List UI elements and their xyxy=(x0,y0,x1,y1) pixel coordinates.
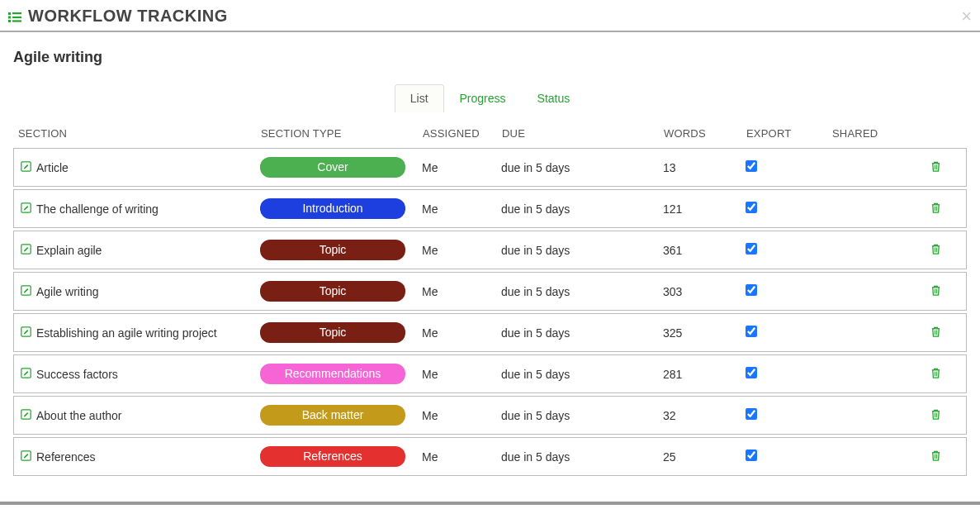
svg-rect-2 xyxy=(8,16,11,18)
due-cell: due in 5 days xyxy=(501,450,663,464)
col-header-shared: SHARED xyxy=(832,127,882,140)
edit-icon[interactable] xyxy=(21,368,31,381)
col-header-words: WORDS xyxy=(664,127,746,140)
edit-icon[interactable] xyxy=(21,409,31,422)
export-checkbox[interactable] xyxy=(746,243,757,254)
table-body: ArticleCoverMedue in 5 days13The challen… xyxy=(13,148,967,476)
trash-icon[interactable] xyxy=(930,451,941,464)
section-name: Article xyxy=(36,161,69,174)
edit-icon[interactable] xyxy=(21,244,31,257)
col-header-due: DUE xyxy=(502,127,664,140)
section-type-badge[interactable]: Topic xyxy=(260,322,405,343)
trash-icon[interactable] xyxy=(930,286,941,299)
assigned-cell: Me xyxy=(422,326,501,340)
svg-rect-1 xyxy=(12,12,21,14)
section-name: Explain agile xyxy=(36,244,102,257)
table-row: The challenge of writingIntroductionMedu… xyxy=(13,189,967,228)
export-checkbox[interactable] xyxy=(746,284,757,296)
assigned-cell: Me xyxy=(422,244,501,257)
due-cell: due in 5 days xyxy=(501,202,663,216)
section-name: Success factors xyxy=(36,368,118,381)
assigned-cell: Me xyxy=(422,161,501,174)
words-cell: 121 xyxy=(663,202,746,216)
table-row: ArticleCoverMedue in 5 days13 xyxy=(13,148,967,187)
export-checkbox[interactable] xyxy=(746,450,757,461)
words-cell: 325 xyxy=(663,326,746,340)
col-header-delete xyxy=(882,127,967,140)
svg-rect-0 xyxy=(8,12,11,15)
words-cell: 281 xyxy=(663,368,746,381)
due-cell: due in 5 days xyxy=(501,285,663,298)
edit-icon[interactable] xyxy=(21,326,31,340)
words-cell: 303 xyxy=(663,285,746,298)
svg-rect-3 xyxy=(12,16,21,17)
export-checkbox[interactable] xyxy=(746,367,757,378)
trash-icon[interactable] xyxy=(930,203,941,216)
assigned-cell: Me xyxy=(422,202,501,216)
content-area: Agile writing List Progress Status SECTI… xyxy=(0,32,980,487)
trash-icon[interactable] xyxy=(930,162,941,175)
header-left: WORKFLOW TRACKING xyxy=(8,7,228,26)
words-cell: 32 xyxy=(663,409,746,422)
due-cell: due in 5 days xyxy=(501,368,663,381)
modal-header: WORKFLOW TRACKING × xyxy=(0,0,980,32)
close-icon[interactable]: × xyxy=(961,7,972,26)
svg-rect-5 xyxy=(12,20,21,21)
trash-icon[interactable] xyxy=(930,245,941,258)
edit-icon[interactable] xyxy=(21,285,31,298)
document-title: Agile writing xyxy=(13,49,967,66)
assigned-cell: Me xyxy=(422,285,501,298)
section-type-badge[interactable]: Topic xyxy=(260,240,405,260)
assigned-cell: Me xyxy=(422,409,501,422)
export-checkbox[interactable] xyxy=(746,160,757,172)
section-name: Agile writing xyxy=(36,285,98,298)
edit-icon[interactable] xyxy=(21,161,31,174)
trash-icon[interactable] xyxy=(930,410,941,423)
export-checkbox[interactable] xyxy=(746,326,757,337)
svg-rect-4 xyxy=(8,20,11,22)
words-cell: 25 xyxy=(663,450,746,464)
due-cell: due in 5 days xyxy=(501,326,663,340)
col-header-export: EXPORT xyxy=(746,127,832,140)
tab-bar: List Progress Status xyxy=(13,84,967,112)
export-checkbox[interactable] xyxy=(746,202,757,213)
due-cell: due in 5 days xyxy=(501,409,663,422)
table-header-row: SECTION SECTION TYPE ASSIGNED DUE WORDS … xyxy=(13,127,967,148)
words-cell: 361 xyxy=(663,244,746,257)
trash-icon[interactable] xyxy=(930,369,941,382)
tab-list[interactable]: List xyxy=(395,84,444,112)
table-row: ReferencesReferencesMedue in 5 days25 xyxy=(13,437,967,476)
table-row: Success factorsRecommendationsMedue in 5… xyxy=(13,354,967,393)
footer-divider xyxy=(0,502,980,505)
section-name: About the author xyxy=(36,409,122,422)
table-row: Agile writingTopicMedue in 5 days303 xyxy=(13,272,967,311)
assigned-cell: Me xyxy=(422,368,501,381)
tab-progress[interactable]: Progress xyxy=(444,84,522,112)
export-checkbox[interactable] xyxy=(746,408,757,420)
table-row: Explain agileTopicMedue in 5 days361 xyxy=(13,231,967,269)
section-name: Establishing an agile writing project xyxy=(36,326,217,340)
due-cell: due in 5 days xyxy=(501,161,663,174)
col-header-section: SECTION xyxy=(15,127,261,140)
section-type-badge[interactable]: Introduction xyxy=(260,198,405,219)
col-header-assigned: ASSIGNED xyxy=(423,127,502,140)
section-type-badge[interactable]: Back matter xyxy=(260,405,405,426)
trash-icon[interactable] xyxy=(930,327,941,340)
workflow-icon xyxy=(8,12,21,21)
section-type-badge[interactable]: Topic xyxy=(260,281,405,302)
section-type-badge[interactable]: Cover xyxy=(260,157,405,178)
edit-icon[interactable] xyxy=(21,202,31,216)
section-type-badge[interactable]: Recommendations xyxy=(260,364,405,384)
col-header-type: SECTION TYPE xyxy=(261,127,423,140)
due-cell: due in 5 days xyxy=(501,244,663,257)
table-row: About the authorBack matterMedue in 5 da… xyxy=(13,396,967,435)
section-name: References xyxy=(36,450,96,464)
words-cell: 13 xyxy=(663,161,746,174)
tab-status[interactable]: Status xyxy=(522,84,586,112)
edit-icon[interactable] xyxy=(21,450,31,464)
section-name: The challenge of writing xyxy=(36,202,159,216)
assigned-cell: Me xyxy=(422,450,501,464)
section-type-badge[interactable]: References xyxy=(260,446,405,467)
table-row: Establishing an agile writing projectTop… xyxy=(13,313,967,352)
modal-title: WORKFLOW TRACKING xyxy=(28,7,228,26)
